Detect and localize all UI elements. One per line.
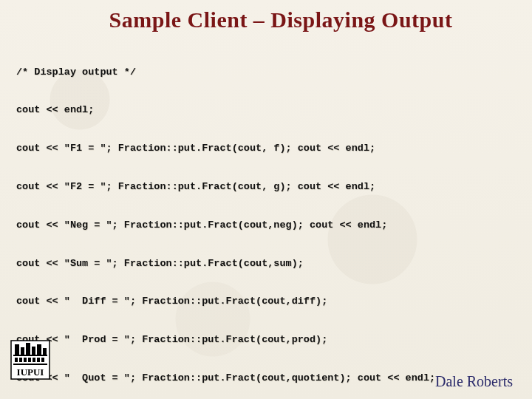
svg-rect-1 xyxy=(15,344,19,355)
code-line: cout << "F2 = "; Fraction::put.Fract(cou… xyxy=(16,180,516,193)
svg-rect-3 xyxy=(26,343,30,355)
svg-rect-15 xyxy=(13,364,47,365)
svg-rect-10 xyxy=(24,358,27,362)
svg-rect-13 xyxy=(37,358,40,362)
svg-rect-2 xyxy=(21,347,24,355)
svg-rect-12 xyxy=(33,358,35,362)
code-line: cout << "F1 = "; Fraction::put.Fract(cou… xyxy=(16,142,516,154)
svg-rect-8 xyxy=(15,358,18,362)
author-label: Dale Roberts xyxy=(435,373,513,390)
code-line: cout << "Neg = "; Fraction::put.Fract(co… xyxy=(16,219,516,231)
svg-rect-4 xyxy=(32,347,35,355)
code-line: /* Display output */ xyxy=(16,66,516,78)
svg-rect-9 xyxy=(19,358,22,362)
svg-rect-6 xyxy=(43,348,47,355)
svg-rect-11 xyxy=(28,358,31,362)
svg-rect-7 xyxy=(13,355,47,356)
svg-rect-14 xyxy=(41,358,44,362)
svg-rect-5 xyxy=(37,344,41,355)
code-line: cout << " Diff = "; Fraction::put.Fract(… xyxy=(16,295,516,307)
code-line: cout << " Prod = "; Fraction::put.Fract(… xyxy=(16,333,516,346)
logo-text: IUPUI xyxy=(17,366,44,378)
iupui-logo: IUPUI xyxy=(10,340,50,380)
slide: Sample Client – Displaying Output /* Dis… xyxy=(0,0,532,399)
code-line: cout << endl; xyxy=(16,103,516,116)
code-block: /* Display output */ cout << endl; cout … xyxy=(16,40,516,399)
code-line: cout << "Sum = "; Fraction::put.Fract(co… xyxy=(16,257,516,270)
slide-title: Sample Client – Displaying Output xyxy=(16,7,516,33)
